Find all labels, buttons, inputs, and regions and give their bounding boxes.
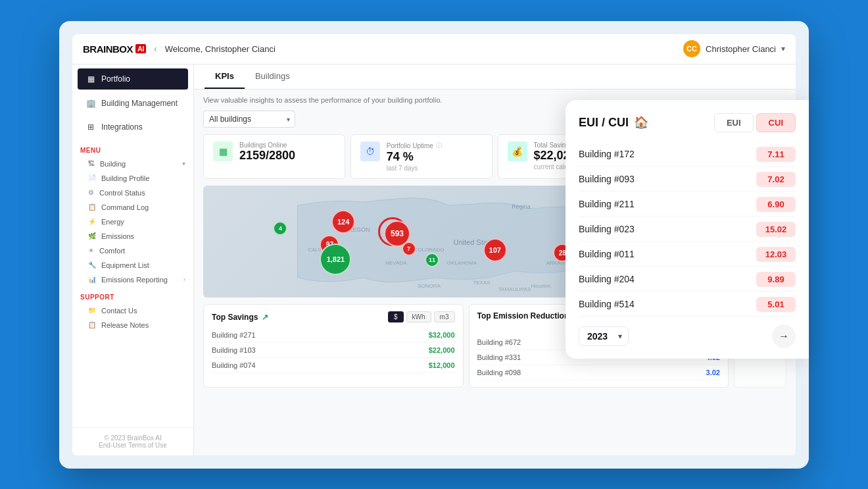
header-left: BRAINBOX AI ‹ Welcome, Christopher Cianc… (83, 43, 276, 55)
buildings-filter-select[interactable]: All buildings (203, 111, 295, 128)
sidebar-item-emissions-reporting[interactable]: 📊 Emissions Reporting › (72, 272, 193, 287)
overlay-row-011: Building #011 12.03 (579, 243, 796, 267)
sidebar-item-building-management[interactable]: 🏢 Building Management (78, 93, 188, 114)
top-savings-header: Top Savings ↗ $ kWh m3 (212, 311, 455, 322)
logo-brain: BRAINBOX (83, 43, 133, 55)
sidebar-item-comfort[interactable]: ☀ Comfort (72, 244, 193, 258)
sidebar-item-release-notes[interactable]: 📋 Release Notes (72, 318, 193, 332)
nav-back-icon[interactable]: ‹ (154, 43, 157, 54)
sidebar-item-building-profile[interactable]: 📄 Building Profile (72, 171, 193, 186)
svg-text:COLORADO: COLORADO (414, 247, 445, 253)
emissions-reporting-expand-icon: › (183, 276, 185, 283)
svg-text:OKLAHOMA: OKLAHOMA (447, 260, 477, 266)
overlay-title: EUI / CUI 🏠 (579, 115, 648, 130)
content-tabs: KPIs Buildings (194, 64, 796, 90)
app-header: BRAINBOX AI ‹ Welcome, Christopher Cianc… (72, 34, 796, 64)
overlay-row-093: Building #093 7.02 (579, 168, 796, 192)
tab-kpis[interactable]: KPIs (205, 64, 245, 89)
sidebar-item-portfolio[interactable]: ▦ Portfolio (78, 68, 188, 90)
overlay-badge-023: 15.02 (756, 222, 796, 237)
header-right: CC Christopher Cianci ▾ (683, 40, 785, 57)
overlay-badge-011: 12.03 (756, 247, 796, 262)
map-dot-107[interactable]: 107 (483, 238, 507, 262)
sidebar-footer: © 2023 BrainBox AI End-User Terms of Use (72, 427, 193, 455)
top-savings-panel: Top Savings ↗ $ kWh m3 Buildin (203, 304, 464, 388)
kpi-info-portfolio-uptime: Portfolio Uptime ⓘ 74 % last 7 days (387, 142, 483, 172)
command-log-icon: 📋 (88, 203, 96, 211)
sidebar-item-integrations[interactable]: ⊞ Integrations (78, 116, 188, 138)
total-savings-icon: 💰 (508, 142, 527, 161)
portfolio-uptime-icon: ⏱ (360, 142, 380, 161)
footer-terms[interactable]: End-User Terms of Use (80, 442, 185, 449)
savings-tab-m3[interactable]: m3 (434, 311, 455, 322)
overlay-toggle-group: EUI CUI (714, 113, 796, 132)
kpi-card-buildings-online: ▦ Buildings Online 2159/2800 (203, 134, 345, 180)
kpi-label-portfolio-uptime: Portfolio Uptime ⓘ (387, 142, 483, 150)
overlay-badge-514: 5.01 (756, 297, 796, 312)
overlay-buildings-list: Building #172 7.11 Building #093 7.02 Bu… (579, 143, 796, 317)
kpi-label-buildings-online: Buildings Online (239, 142, 335, 149)
contact-us-icon: 📁 (88, 307, 96, 314)
overlay-badge-204: 9.89 (756, 272, 796, 287)
support-section-label: SUPPORT (72, 287, 193, 303)
map-dot-1821[interactable]: 1,821 (320, 244, 351, 275)
control-status-icon: ⚙ (88, 189, 94, 196)
footer-copyright: © 2023 BrainBox AI (80, 434, 185, 442)
savings-tab-kwh[interactable]: kWh (406, 311, 431, 322)
sidebar-item-energy[interactable]: ⚡ Energy (72, 215, 193, 229)
svg-text:SONORA: SONORA (418, 283, 441, 289)
top-savings-title: Top Savings ↗ (212, 313, 268, 322)
portfolio-icon: ▦ (85, 74, 96, 84)
overlay-header: EUI / CUI 🏠 EUI CUI (579, 113, 796, 132)
kpi-sublabel-portfolio-uptime: last 7 days (387, 165, 483, 172)
overlay-badge-211: 6.90 (756, 197, 796, 212)
equipment-list-icon: 🔧 (88, 261, 96, 269)
building-mgmt-icon: 🏢 (85, 98, 96, 109)
building-expand-icon: ▾ (182, 160, 185, 167)
overlay-row-172: Building #172 7.11 (579, 143, 796, 167)
svg-text:Regina: Regina (512, 203, 531, 210)
kpi-card-portfolio-uptime: ⏱ Portfolio Uptime ⓘ 74 % last 7 days (350, 134, 493, 180)
user-name-label: Christopher Cianci (706, 44, 776, 54)
sidebar: ▦ Portfolio 🏢 Building Management ⊞ Inte… (72, 64, 194, 455)
user-menu-chevron-icon[interactable]: ▾ (781, 44, 785, 53)
overlay-badge-093: 7.02 (756, 172, 796, 187)
kpi-info-buildings-online: Buildings Online 2159/2800 (239, 142, 335, 163)
savings-trend-icon: ↗ (262, 313, 268, 322)
sidebar-item-control-status[interactable]: ⚙ Control Status (72, 186, 193, 200)
sidebar-item-contact-us[interactable]: 📁 Contact Us (72, 303, 193, 318)
building-icon: 🏗 (88, 160, 95, 167)
tab-buildings[interactable]: Buildings (245, 64, 301, 89)
sidebar-item-integrations-label: Integrations (101, 122, 143, 132)
map-dot-4[interactable]: 4 (273, 221, 287, 236)
sidebar-item-portfolio-label: Portfolio (101, 74, 130, 84)
sidebar-item-building[interactable]: 🏗 Building ▾ (72, 157, 193, 171)
savings-row-103: Building #103 $22,000 (212, 343, 455, 358)
app-logo: BRAINBOX AI (83, 43, 146, 55)
integrations-icon: ⊞ (85, 122, 96, 132)
year-select-wrapper: 2023 2022 2021 ▾ (579, 326, 629, 346)
map-dot-124[interactable]: 124 (331, 210, 355, 234)
savings-row-074: Building #074 $12,000 (212, 358, 455, 373)
toggle-eui-btn[interactable]: EUI (714, 113, 754, 132)
sidebar-item-building-management-label: Building Management (101, 99, 178, 108)
overlay-row-204: Building #204 9.89 (579, 268, 796, 292)
sidebar-item-equipment-list[interactable]: 🔧 Equipment List (72, 258, 193, 272)
emissions-reporting-icon: 📊 (88, 276, 96, 283)
filter-select-wrapper: All buildings ▾ (203, 111, 295, 128)
year-select[interactable]: 2023 2022 2021 (579, 326, 629, 346)
overlay-next-btn[interactable]: → (772, 324, 796, 348)
map-dot-7[interactable]: 7 (402, 242, 416, 256)
energy-icon: ⚡ (88, 218, 96, 225)
map-dot-11[interactable]: 11 (425, 253, 439, 267)
emissions-row-098: Building #098 3.02 (477, 365, 721, 380)
emissions-icon: 🌿 (88, 232, 96, 240)
overlay-footer: 2023 2022 2021 ▾ → (579, 324, 796, 348)
sidebar-item-command-log[interactable]: 📋 Command Log (72, 200, 193, 215)
sidebar-item-emissions[interactable]: 🌿 Emissions (72, 229, 193, 244)
toggle-cui-btn[interactable]: CUI (756, 113, 796, 132)
menu-section-label: MENU (72, 140, 193, 157)
savings-tab-dollar[interactable]: $ (388, 311, 404, 322)
building-profile-icon: 📄 (88, 174, 96, 182)
kpi-value-portfolio-uptime: 74 % (387, 150, 483, 165)
